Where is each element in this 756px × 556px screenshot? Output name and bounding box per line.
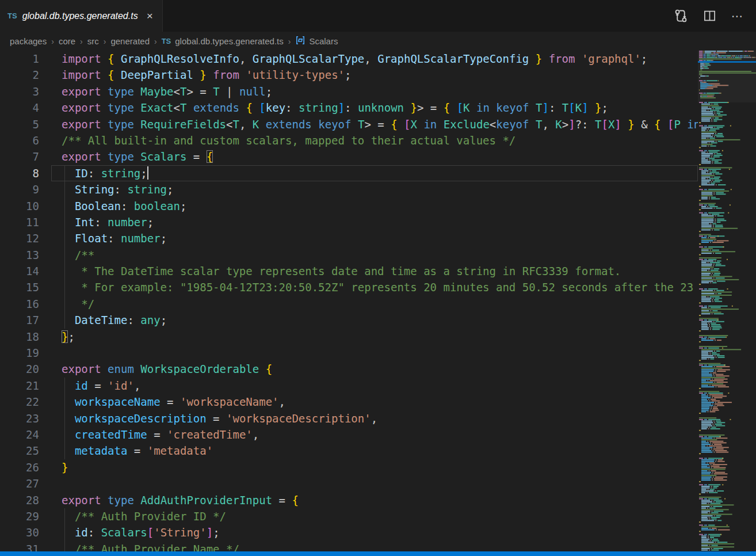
code-token: { (292, 494, 298, 507)
breadcrumb-symbol-scalars[interactable]: Scalars (295, 35, 338, 47)
line-number[interactable]: 21 (0, 378, 39, 394)
code-token: T (180, 85, 186, 98)
code-text: import { GraphQLResolveInfo, GraphQLScal… (39, 51, 647, 67)
code-line[interactable]: 28export type AddAuthProviderInput = { (0, 492, 698, 508)
code-line[interactable]: 16 */ (0, 296, 698, 312)
code-text: createdTime = 'createdTime', (39, 426, 259, 443)
line-number[interactable]: 22 (0, 394, 39, 410)
code-token: < (174, 101, 180, 114)
code-line[interactable]: 17 DateTime: any; (0, 312, 698, 328)
line-number[interactable]: 3 (0, 83, 39, 100)
code-token (114, 52, 121, 65)
line-number[interactable]: 31 (0, 541, 39, 551)
tab-global-db-types-generated[interactable]: TS global.db.types.generated.ts × (0, 0, 163, 32)
line-number[interactable]: 5 (0, 116, 39, 132)
line-number[interactable]: 7 (0, 148, 39, 165)
minimap[interactable] (698, 51, 756, 551)
line-number[interactable]: 6 (0, 132, 39, 148)
code-token: : (127, 314, 140, 326)
breadcrumb-generated[interactable]: generated (110, 36, 150, 46)
line-number[interactable]: 12 (0, 230, 39, 246)
line-number[interactable]: 23 (0, 410, 39, 426)
breadcrumb-separator: › (103, 37, 107, 46)
line-number[interactable]: 26 (0, 459, 39, 475)
code-line[interactable]: 31 /** Auth Provider Name */ (0, 541, 698, 551)
code-line[interactable]: 24 createdTime = 'createdTime', (0, 426, 698, 443)
line-number[interactable]: 4 (0, 100, 39, 116)
code-line[interactable]: 5export type RequireFields<T, K extends … (0, 116, 698, 132)
code-token: } (62, 330, 68, 343)
code-line[interactable]: 19 (0, 345, 698, 361)
code-line[interactable]: 12 Float: number; (0, 230, 698, 246)
code-line[interactable]: 20export enum WorkspaceOrderable { (0, 361, 698, 377)
line-number[interactable]: 20 (0, 361, 39, 377)
code-line[interactable]: 13 /** (0, 247, 698, 263)
line-number[interactable]: 30 (0, 524, 39, 540)
code-token: metadata (75, 444, 128, 457)
code-token: K (253, 118, 259, 131)
line-number[interactable]: 11 (0, 214, 39, 230)
line-number[interactable]: 2 (0, 67, 39, 83)
code-token: [ (147, 526, 154, 539)
line-number[interactable]: 18 (0, 329, 39, 345)
line-number[interactable]: 17 (0, 312, 39, 328)
code-token: { (444, 101, 450, 114)
code-line[interactable]: 6/** All built-in and custom scalars, ma… (0, 132, 698, 148)
code-token: ; (180, 200, 186, 212)
code-line[interactable]: 26} (0, 459, 698, 475)
line-number[interactable]: 13 (0, 247, 39, 263)
code-line[interactable]: 11 Int: number; (0, 214, 698, 230)
typescript-file-icon: TS (7, 12, 17, 20)
split-editor-icon[interactable] (703, 9, 716, 22)
code-token (681, 118, 687, 131)
breadcrumb-core[interactable]: core (59, 36, 75, 46)
code-line[interactable]: 18}; (0, 329, 698, 345)
code-text: ID: string; (39, 165, 147, 181)
cursor (147, 166, 148, 180)
status-bar[interactable] (0, 551, 756, 556)
line-number[interactable]: 29 (0, 508, 39, 524)
code-token: Int (75, 216, 94, 229)
code-line[interactable]: 23 workspaceDescription = 'workspaceDesc… (0, 410, 698, 426)
tab-close-icon[interactable]: × (146, 10, 154, 21)
breadcrumb-src[interactable]: src (87, 36, 99, 46)
breadcrumb-packages[interactable]: packages (10, 36, 47, 46)
code-token: : (108, 232, 121, 245)
line-number[interactable]: 1 (0, 51, 39, 67)
code-token: workspaceName (75, 395, 161, 408)
more-actions-icon[interactable]: ⋯ (731, 9, 743, 23)
open-changes-icon[interactable] (674, 9, 688, 23)
code-line[interactable]: 30 id: Scalars['String']; (0, 524, 698, 540)
code-line[interactable]: 2import { DeepPartial } from 'utility-ty… (0, 67, 698, 83)
line-number[interactable]: 28 (0, 492, 39, 508)
code-line[interactable]: 25 metadata = 'metadata' (0, 443, 698, 459)
line-number[interactable]: 16 (0, 296, 39, 312)
code-token: [ (259, 101, 265, 114)
code-line[interactable]: 4export type Exact<T extends { [key: str… (0, 100, 698, 116)
line-number[interactable]: 9 (0, 181, 39, 197)
line-number[interactable]: 10 (0, 198, 39, 214)
code-line[interactable]: 21 id = 'id', (0, 378, 698, 394)
breadcrumb-file[interactable]: TS global.db.types.generated.ts (162, 36, 284, 46)
code-line[interactable]: 27 (0, 475, 698, 492)
code-line[interactable]: 10 Boolean: boolean; (0, 198, 698, 214)
code-line[interactable]: 7export type Scalars = { (0, 148, 698, 165)
code-line[interactable]: 15 * For example: "1985-04-12T23:20:50.5… (0, 279, 698, 295)
code-line[interactable]: 1import { GraphQLResolveInfo, GraphQLSca… (0, 51, 698, 67)
code-token: = (272, 494, 292, 507)
line-number[interactable]: 19 (0, 345, 39, 361)
code-editor[interactable]: 1import { GraphQLResolveInfo, GraphQLSca… (0, 51, 698, 551)
line-number[interactable]: 14 (0, 263, 39, 279)
line-number[interactable]: 24 (0, 426, 39, 443)
code-token (575, 52, 581, 65)
line-number[interactable]: 15 (0, 279, 39, 295)
code-line[interactable]: 22 workspaceName = 'workspaceName', (0, 394, 698, 410)
line-number[interactable]: 25 (0, 443, 39, 459)
line-number[interactable]: 27 (0, 475, 39, 492)
code-line[interactable]: 14 * The DateTime scalar type represents… (0, 263, 698, 279)
code-line[interactable]: 9 String: string; (0, 181, 698, 197)
code-line[interactable]: 8 ID: string; (0, 165, 698, 181)
code-line[interactable]: 29 /** Auth Provider ID */ (0, 508, 698, 524)
code-line[interactable]: 3export type Maybe<T> = T | null; (0, 83, 698, 100)
line-number[interactable]: 8 (0, 165, 39, 181)
